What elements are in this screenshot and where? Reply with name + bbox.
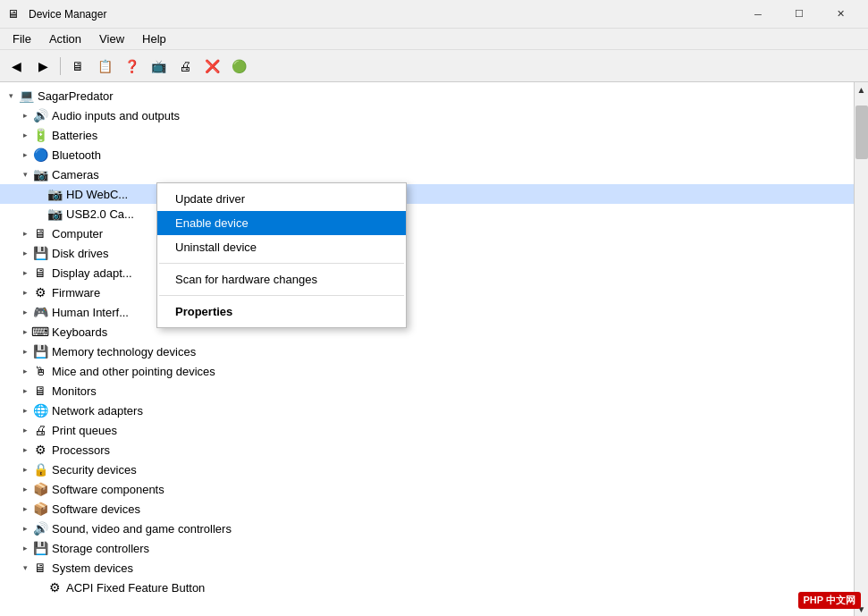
expand-icon[interactable]: ▸ (18, 246, 32, 260)
app-icon: 🖥 (7, 7, 21, 21)
tree-item-icon: 💻 (18, 88, 34, 104)
expand-icon[interactable]: ▾ (18, 167, 32, 181)
tree-item-software-dev[interactable]: ▸📦Software devices (0, 499, 854, 519)
tree-item-processors[interactable]: ▸⚙Processors (0, 440, 854, 460)
tree-item-hd-webcam[interactable]: 📷HD WebC... (0, 184, 854, 204)
device-tree[interactable]: ▾💻SagarPredator▸🔊Audio inputs and output… (0, 82, 854, 616)
list-icon[interactable]: 📋 (92, 54, 117, 79)
context-menu-item-update-driver[interactable]: Update driver (157, 187, 406, 211)
tree-item-software-comp[interactable]: ▸📦Software components (0, 479, 854, 499)
close-button[interactable]: ✕ (820, 0, 861, 29)
tree-item-icon: ⚙ (46, 579, 63, 595)
tree-item-sound[interactable]: ▸🔊Sound, video and game controllers (0, 519, 854, 538)
display-icon[interactable]: 📺 (146, 54, 171, 79)
expand-icon[interactable]: ▸ (18, 423, 32, 437)
tree-item-icon: 📷 (46, 206, 63, 222)
tree-item-display[interactable]: ▸🖥Display adapt... (0, 263, 854, 283)
tree-item-human[interactable]: ▸🎮Human Interf... (0, 302, 854, 322)
tree-item-security[interactable]: ▸🔒Security devices (0, 460, 854, 479)
expand-icon[interactable]: ▸ (18, 305, 32, 319)
tree-item-icon: 🖥 (32, 225, 48, 241)
tree-item-icon: 🖥 (32, 265, 48, 281)
tree-item-print[interactable]: ▸🖨Print queues (0, 420, 854, 440)
menu-action[interactable]: Action (40, 30, 90, 49)
tree-item-disk[interactable]: ▸💾Disk drives (0, 243, 854, 263)
menu-help[interactable]: Help (133, 30, 175, 49)
tree-item-label: USB2.0 Ca... (66, 207, 134, 221)
tree-item-acpi[interactable]: ⚙ACPI Fixed Feature Button (0, 578, 854, 597)
scroll-track[interactable] (855, 97, 868, 602)
context-menu-item-scan-hardware[interactable]: Scan for hardware changes (157, 267, 406, 291)
forward-button[interactable]: ▶ (30, 54, 55, 79)
expand-icon[interactable] (32, 207, 46, 221)
expand-icon[interactable]: ▸ (18, 482, 32, 496)
expand-icon[interactable]: ▸ (18, 462, 32, 477)
tree-item-computer[interactable]: ▸🖥Computer (0, 224, 854, 243)
tree-item-batteries[interactable]: ▸🔋Batteries (0, 125, 854, 145)
back-button[interactable]: ◀ (4, 54, 29, 79)
tree-item-label: Computer (52, 227, 103, 240)
tree-item-system[interactable]: ▾🖥System devices (0, 558, 854, 578)
help-icon[interactable]: ❓ (119, 54, 144, 79)
maximize-button[interactable]: ☐ (779, 0, 820, 29)
tree-item-audio[interactable]: ▸🔊Audio inputs and outputs (0, 105, 854, 125)
expand-icon[interactable]: ▸ (18, 541, 32, 555)
tree-item-keyboards[interactable]: ▸⌨Keyboards (0, 322, 854, 342)
tree-item-monitors[interactable]: ▸🖥Monitors (0, 381, 854, 401)
tree-item-storage[interactable]: ▸💾Storage controllers (0, 538, 854, 558)
menu-view[interactable]: View (90, 30, 133, 49)
expand-icon[interactable]: ▸ (18, 521, 32, 536)
expand-icon[interactable]: ▸ (18, 285, 32, 300)
add-icon[interactable]: 🟢 (226, 54, 251, 79)
expand-icon[interactable]: ▸ (18, 266, 32, 280)
tree-item-usb-cam[interactable]: 📷USB2.0 Ca... (0, 204, 854, 224)
expand-icon[interactable]: ▸ (18, 148, 32, 162)
expand-icon[interactable]: ▸ (18, 443, 32, 457)
expand-icon[interactable]: ▸ (18, 502, 32, 516)
menu-file[interactable]: File (4, 30, 40, 49)
expand-icon[interactable] (32, 580, 46, 595)
tree-item-bluetooth[interactable]: ▸🔵Bluetooth (0, 145, 854, 165)
tree-item-label: Software devices (52, 502, 140, 516)
print-icon[interactable]: 🖨 (173, 54, 198, 79)
tree-item-icon: 📦 (32, 481, 48, 497)
minimize-button[interactable]: ─ (737, 0, 779, 29)
expand-icon[interactable]: ▾ (4, 89, 18, 103)
window-controls: ─ ☐ ✕ (737, 0, 861, 29)
expand-icon[interactable]: ▸ (18, 403, 32, 418)
tree-item-mice[interactable]: ▸🖱Mice and other pointing devices (0, 361, 854, 381)
tree-item-memory[interactable]: ▸💾Memory technology devices (0, 342, 854, 361)
expand-icon[interactable]: ▸ (18, 128, 32, 142)
scroll-up[interactable]: ▲ (855, 82, 869, 97)
tree-item-label: Storage controllers (52, 542, 149, 555)
tree-item-root[interactable]: ▾💻SagarPredator (0, 86, 854, 105)
watermark: PHP 中文网 (798, 592, 861, 609)
scroll-thumb[interactable] (855, 105, 868, 159)
menubar: File Action View Help (0, 29, 868, 50)
tree-item-network[interactable]: ▸🌐Network adapters (0, 401, 854, 420)
expand-icon[interactable]: ▾ (18, 561, 32, 575)
tree-item-label: Sound, video and game controllers (52, 522, 232, 536)
remove-icon[interactable]: ❌ (199, 54, 224, 79)
expand-icon[interactable]: ▸ (18, 325, 32, 339)
expand-icon[interactable]: ▸ (18, 384, 32, 398)
scrollbar[interactable]: ▲ ▼ (854, 82, 868, 616)
tree-item-icon: 🖥 (32, 560, 48, 576)
context-menu-item-enable-device[interactable]: Enable device (157, 211, 406, 235)
tree-item-firmware[interactable]: ▸⚙Firmware (0, 283, 854, 302)
expand-icon[interactable]: ▸ (18, 108, 32, 122)
expand-icon[interactable]: ▸ (18, 344, 32, 359)
context-menu-item-uninstall-device[interactable]: Uninstall device (157, 235, 406, 259)
context-menu-item-properties[interactable]: Properties (157, 300, 406, 324)
tree-item-label: Human Interf... (52, 306, 129, 319)
expand-icon[interactable]: ▸ (18, 364, 32, 378)
main-content: ▾💻SagarPredator▸🔊Audio inputs and output… (0, 82, 868, 616)
tree-item-cameras[interactable]: ▾📷Cameras (0, 165, 854, 184)
computer-icon[interactable]: 🖥 (65, 54, 90, 79)
tree-item-icon: 🖨 (32, 422, 48, 438)
tree-item-label: Batteries (52, 129, 97, 142)
tree-item-icon: 🔋 (32, 127, 48, 143)
expand-icon[interactable] (32, 187, 46, 201)
expand-icon[interactable]: ▸ (18, 226, 32, 240)
tree-item-label: System devices (52, 561, 133, 575)
